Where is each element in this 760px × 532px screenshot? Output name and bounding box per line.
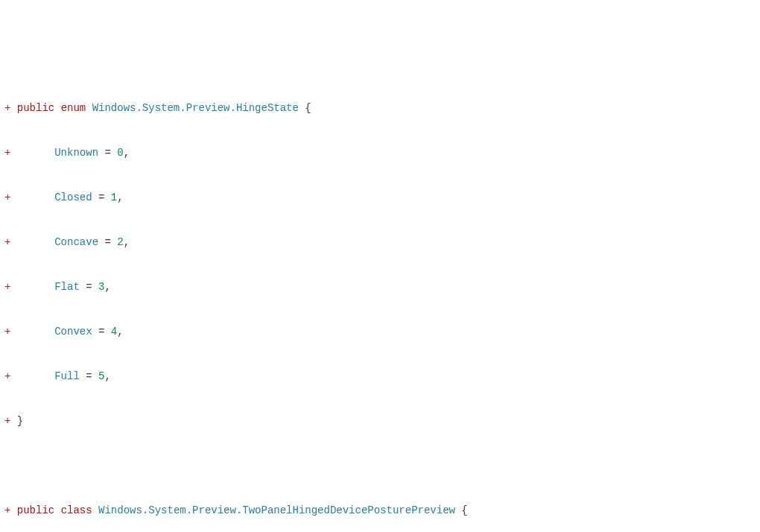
code-line: + public enum Windows.System.Preview.Hin…	[4, 97, 760, 119]
type-name: Windows.System.Preview.HingeState	[92, 102, 299, 114]
brace: {	[461, 504, 467, 516]
code-line: + Full = 5,	[4, 365, 760, 387]
code-line: + }	[4, 410, 760, 432]
brace: {	[305, 102, 311, 114]
enum-member: Unknown	[54, 147, 98, 159]
kw-class: class	[61, 504, 92, 516]
kw-enum: enum	[61, 102, 86, 114]
number: 4	[111, 326, 117, 338]
type-name: Windows.System.Preview.TwoPanelHingedDev…	[98, 504, 455, 516]
blank-line	[4, 455, 760, 477]
kw-public: public	[17, 504, 54, 516]
diff-plus: +	[4, 102, 17, 114]
kw-public: public	[17, 102, 54, 114]
enum-member: Flat	[54, 281, 80, 293]
code-line: + Unknown = 0,	[4, 142, 760, 164]
number: 1	[111, 191, 117, 203]
enum-member: Closed	[54, 191, 92, 203]
enum-member: Convex	[54, 326, 92, 338]
code-line: + public class Windows.System.Preview.Tw…	[4, 499, 760, 522]
code-line: + Convex = 4,	[4, 320, 760, 343]
brace: }	[17, 415, 23, 427]
enum-member: Full	[54, 370, 80, 382]
code-line: + Concave = 2,	[4, 231, 760, 253]
enum-member: Concave	[54, 236, 98, 248]
number: 2	[117, 236, 123, 248]
code-line: + Closed = 1,	[4, 186, 760, 209]
diff-plus: +	[4, 415, 17, 427]
diff-plus: +	[4, 504, 17, 516]
code-line: + Flat = 3,	[4, 276, 760, 298]
number: 0	[117, 147, 123, 159]
